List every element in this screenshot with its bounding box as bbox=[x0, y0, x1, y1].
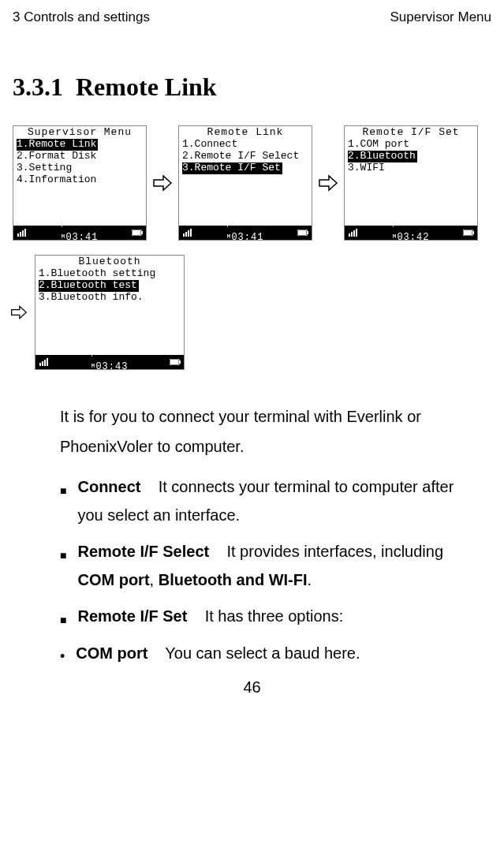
bullet-text: You can select a baud here. bbox=[165, 644, 360, 662]
svg-rect-8 bbox=[185, 232, 187, 237]
arrow-right-icon bbox=[317, 173, 339, 193]
screenshots-row-2: Bluetooth 1.Bluetooth setting 2.Bluetoot… bbox=[9, 255, 491, 370]
bullet-label: Connect bbox=[77, 478, 140, 495]
screen-title: Remote Link bbox=[179, 126, 312, 139]
status-time: PM03:41 bbox=[227, 222, 264, 244]
bold-text: Bluetooth and WI-FI bbox=[159, 571, 308, 588]
signal-icon bbox=[348, 228, 359, 237]
svg-rect-7 bbox=[183, 233, 185, 237]
section-title-text: Remote Link bbox=[76, 73, 217, 101]
bullet-label: Remote I/F Select bbox=[77, 543, 209, 560]
header-right: Supervisor Menu bbox=[390, 9, 491, 25]
bullet-marker: ■ bbox=[60, 545, 66, 594]
bullet-text: It provides interfaces, including bbox=[226, 543, 443, 560]
svg-rect-27 bbox=[170, 360, 178, 364]
status-time: PM03:42 bbox=[393, 222, 430, 244]
screen-body: 1.Connect 2.Remote I/F Select 3.Remote I… bbox=[179, 139, 312, 226]
bullet-content: Connect It connects your terminal to com… bbox=[77, 472, 476, 529]
header-left: 3 Controls and settings bbox=[13, 9, 150, 25]
svg-rect-13 bbox=[298, 230, 306, 235]
status-time: PM03:41 bbox=[62, 222, 99, 244]
screen-title: Supervisor Menu bbox=[13, 126, 146, 139]
svg-rect-21 bbox=[39, 363, 41, 366]
time-value: 03:41 bbox=[231, 232, 263, 243]
menu-item: 3.Remote I/F Set bbox=[182, 162, 282, 174]
battery-icon bbox=[463, 230, 474, 236]
bullet-label: COM port bbox=[76, 644, 147, 662]
text: , bbox=[150, 571, 159, 588]
status-bar: PM03:43 bbox=[35, 355, 184, 369]
screen-remote-link: Remote Link 1.Connect 2.Remote I/F Selec… bbox=[178, 125, 312, 241]
svg-rect-3 bbox=[24, 229, 26, 237]
menu-item: 4.Information bbox=[17, 174, 96, 185]
bullet-marker: ■ bbox=[60, 610, 66, 631]
menu-item: 1.Connect bbox=[182, 138, 237, 150]
bullet-content: Remote I/F Select It provides interfaces… bbox=[77, 537, 476, 594]
page-number: 46 bbox=[13, 678, 491, 696]
arrow-right-icon bbox=[151, 173, 174, 193]
bullet-text: It has three options: bbox=[205, 607, 344, 625]
signal-icon bbox=[182, 228, 193, 237]
bullet-item: ■ Connect It connects your terminal to c… bbox=[60, 472, 476, 529]
screen-supervisor-menu: Supervisor Menu 1.Remote Link 2.Format D… bbox=[13, 125, 147, 241]
body-text: It is for you to connect your terminal w… bbox=[60, 401, 476, 670]
sub-bullet-item: • COM port You can select a baud here. bbox=[60, 638, 476, 670]
svg-rect-0 bbox=[17, 233, 19, 237]
svg-rect-2 bbox=[22, 230, 24, 237]
menu-item: 3.Setting bbox=[17, 162, 72, 174]
bullet-marker: • bbox=[60, 643, 65, 670]
battery-icon bbox=[297, 230, 308, 236]
time-value: 03:42 bbox=[397, 232, 429, 243]
time-value: 03:43 bbox=[95, 361, 128, 372]
status-bar: PM03:42 bbox=[345, 226, 477, 240]
arrow-right-icon bbox=[9, 304, 28, 321]
bullet-content: COM port You can select a baud here. bbox=[76, 638, 360, 670]
sub-bullet-list: • COM port You can select a baud here. bbox=[60, 638, 476, 670]
bullet-label: Remote I/F Set bbox=[77, 607, 187, 625]
svg-rect-19 bbox=[472, 231, 474, 234]
bold-text: COM port bbox=[77, 571, 149, 588]
screen-bluetooth: Bluetooth 1.Bluetooth setting 2.Bluetoot… bbox=[35, 255, 185, 370]
svg-rect-20 bbox=[464, 230, 472, 235]
svg-rect-5 bbox=[141, 231, 143, 234]
menu-item: 1.Bluetooth setting bbox=[39, 267, 155, 279]
screen-body: 1.COM port 2.Bluetooth 3.WIFI bbox=[345, 139, 477, 226]
svg-rect-23 bbox=[44, 360, 46, 366]
svg-rect-22 bbox=[42, 361, 43, 366]
screen-remote-if-set: Remote I/F Set 1.COM port 2.Bluetooth 3.… bbox=[344, 125, 478, 241]
page: 3 Controls and settings Supervisor Menu … bbox=[0, 0, 504, 706]
text: . bbox=[308, 571, 312, 588]
screen-title: Remote I/F Set bbox=[345, 126, 477, 139]
screen-title: Bluetooth bbox=[35, 256, 184, 268]
svg-rect-9 bbox=[188, 230, 189, 237]
menu-item: 1.Remote Link bbox=[17, 139, 98, 151]
svg-rect-14 bbox=[349, 233, 350, 237]
bullet-marker: ■ bbox=[60, 480, 66, 529]
menu-item: 1.COM port bbox=[348, 138, 409, 150]
svg-rect-10 bbox=[190, 229, 192, 237]
svg-rect-12 bbox=[307, 231, 308, 234]
bullet-list: ■ Connect It connects your terminal to c… bbox=[60, 472, 476, 631]
menu-item: 3.WIFI bbox=[348, 162, 385, 174]
bullet-item: ■ Remote I/F Set It has three options: bbox=[60, 602, 476, 631]
bullet-content: Remote I/F Set It has three options: bbox=[77, 602, 476, 631]
svg-rect-6 bbox=[133, 230, 140, 235]
page-header: 3 Controls and settings Supervisor Menu bbox=[13, 9, 491, 25]
svg-rect-1 bbox=[20, 232, 21, 237]
intro-paragraph: It is for you to connect your terminal w… bbox=[60, 401, 476, 461]
menu-item: 2.Bluetooth test bbox=[39, 280, 139, 292]
svg-rect-17 bbox=[356, 229, 357, 237]
menu-item: 2.Format Disk bbox=[17, 150, 96, 162]
section-number: 3.3.1 bbox=[13, 73, 63, 101]
svg-rect-15 bbox=[351, 232, 353, 237]
menu-item: 2.Bluetooth bbox=[348, 151, 417, 162]
time-value: 03:41 bbox=[65, 232, 98, 243]
section-heading: 3.3.1 Remote Link bbox=[13, 73, 491, 102]
battery-icon bbox=[132, 230, 143, 236]
bullet-item: ■ Remote I/F Select It provides interfac… bbox=[60, 537, 476, 594]
signal-icon bbox=[17, 228, 28, 237]
battery-icon bbox=[170, 359, 181, 365]
svg-rect-16 bbox=[353, 230, 355, 237]
svg-rect-24 bbox=[47, 358, 48, 366]
signal-icon bbox=[39, 357, 50, 367]
